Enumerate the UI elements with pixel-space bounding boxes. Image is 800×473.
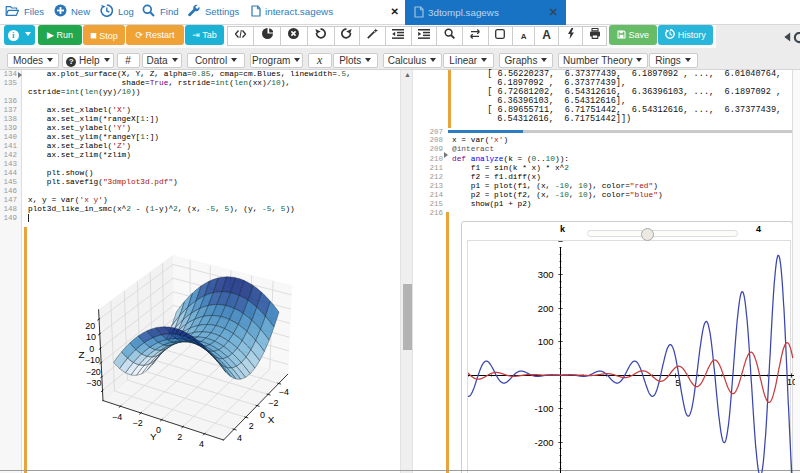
svg-text:0: 0 bbox=[89, 344, 94, 354]
svg-text:−10: −10 bbox=[85, 355, 100, 365]
svg-text:10: 10 bbox=[86, 332, 96, 342]
svg-text:Y: Y bbox=[150, 431, 157, 442]
svg-text:−2: −2 bbox=[132, 418, 142, 428]
svg-text:X: X bbox=[267, 414, 274, 425]
svg-text:-100: -100 bbox=[534, 403, 553, 414]
svg-text:200: 200 bbox=[538, 303, 554, 314]
svg-text:Z: Z bbox=[78, 348, 84, 359]
svg-text:2: 2 bbox=[177, 432, 182, 442]
svg-text:4: 4 bbox=[237, 433, 242, 443]
svg-text:−4: −4 bbox=[279, 387, 289, 397]
svg-text:4: 4 bbox=[199, 439, 204, 449]
svg-text:100: 100 bbox=[538, 336, 554, 347]
svg-text:300: 300 bbox=[538, 269, 554, 280]
svg-text:20: 20 bbox=[85, 321, 95, 331]
svg-text:−20: −20 bbox=[85, 367, 100, 377]
svg-text:0: 0 bbox=[260, 409, 265, 419]
svg-text:−2: −2 bbox=[268, 398, 278, 408]
svg-text:-200: -200 bbox=[534, 437, 553, 448]
svg-text:−30: −30 bbox=[86, 378, 101, 388]
svg-text:0: 0 bbox=[156, 425, 161, 435]
svg-text:2: 2 bbox=[249, 421, 254, 431]
svg-text:−4: −4 bbox=[112, 411, 122, 421]
